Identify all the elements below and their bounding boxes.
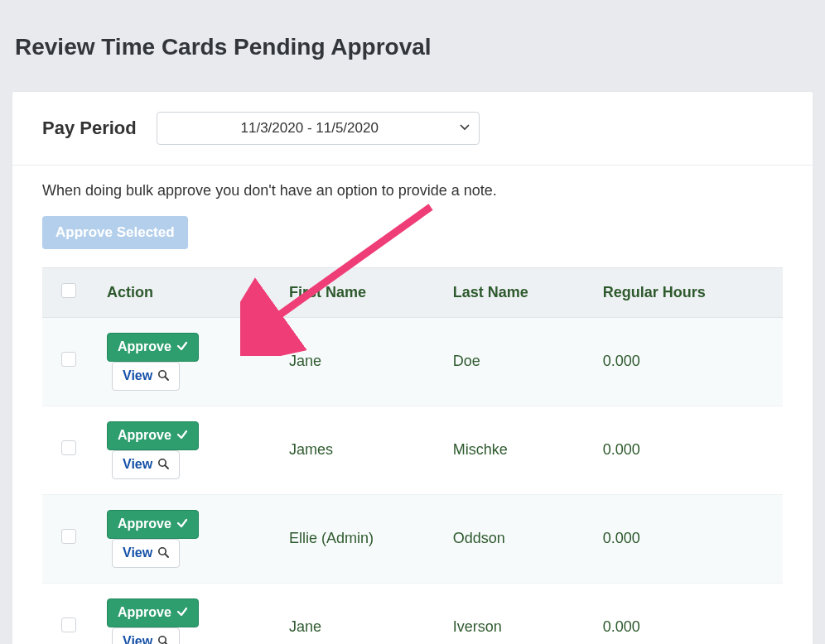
table-row: ApproveViewEllie (Admin)Oddson0.000 <box>42 494 783 583</box>
col-regular-hours: Regular Hours <box>591 267 783 317</box>
cell-regular-hours: 0.000 <box>591 494 783 583</box>
pay-period-select-wrapper: 11/3/2020 - 11/5/2020 <box>157 112 480 145</box>
view-button[interactable]: View <box>112 450 180 479</box>
magnifier-icon <box>157 546 169 560</box>
row-check-cell <box>42 494 95 583</box>
col-first-name: First Name <box>277 267 441 317</box>
row-checkbox[interactable] <box>61 352 76 367</box>
view-button-label: View <box>123 546 152 560</box>
approve-button-label: Approve <box>118 340 171 353</box>
cell-last-name: Oddson <box>441 494 591 583</box>
magnifier-icon <box>157 458 169 472</box>
cell-regular-hours: 0.000 <box>591 406 783 494</box>
check-icon <box>176 429 188 443</box>
table-row: ApproveViewJaneDoe0.000 <box>42 317 783 406</box>
cell-last-name: Doe <box>441 317 591 406</box>
page-title: Review Time Cards Pending Approval <box>0 16 825 75</box>
cell-last-name: Iverson <box>441 583 591 644</box>
select-all-header <box>42 267 95 317</box>
row-checkbox[interactable] <box>61 529 76 544</box>
row-actions: ApproveView <box>95 494 277 583</box>
row-checkbox[interactable] <box>61 618 76 632</box>
check-icon <box>176 517 188 531</box>
approve-button-label: Approve <box>118 606 171 619</box>
svg-line-3 <box>165 465 168 469</box>
view-button[interactable]: View <box>112 362 180 391</box>
check-icon <box>176 340 188 354</box>
cell-regular-hours: 0.000 <box>591 583 783 644</box>
row-check-cell <box>42 317 95 406</box>
cell-first-name: Jane <box>277 317 441 406</box>
table-row: ApproveViewJaneIverson0.000 <box>42 583 783 644</box>
svg-line-5 <box>165 554 168 557</box>
approve-button-label: Approve <box>118 429 171 442</box>
approve-selected-button-top[interactable]: Approve Selected <box>42 216 188 249</box>
cell-regular-hours: 0.000 <box>591 317 783 406</box>
pay-period-label: Pay Period <box>42 118 137 139</box>
table-row: ApproveViewJamesMischke0.000 <box>42 406 783 494</box>
row-check-cell <box>42 583 95 644</box>
cell-last-name: Mischke <box>441 406 591 494</box>
row-actions: ApproveView <box>95 583 277 644</box>
check-icon <box>176 606 188 620</box>
approve-button[interactable]: Approve <box>107 421 199 450</box>
view-button-label: View <box>123 635 152 644</box>
pay-period-row: Pay Period 11/3/2020 - 11/5/2020 <box>12 92 813 166</box>
col-action: Action <box>95 267 277 317</box>
cell-first-name: James <box>277 406 441 494</box>
view-button-label: View <box>123 369 152 382</box>
row-actions: ApproveView <box>95 406 277 494</box>
cell-first-name: Jane <box>277 583 441 644</box>
timecards-table: Action First Name Last Name Regular Hour… <box>42 267 783 645</box>
bulk-approve-note: When doing bulk approve you don't have a… <box>42 182 783 199</box>
magnifier-icon <box>157 369 169 383</box>
col-last-name: Last Name <box>441 267 591 317</box>
svg-line-1 <box>165 377 168 380</box>
pay-period-select[interactable]: 11/3/2020 - 11/5/2020 <box>157 112 480 145</box>
view-button[interactable]: View <box>112 539 180 568</box>
card-body: When doing bulk approve you don't have a… <box>12 166 813 645</box>
approve-button[interactable]: Approve <box>107 598 199 627</box>
select-all-checkbox[interactable] <box>61 283 76 298</box>
approve-button-label: Approve <box>118 517 171 531</box>
cell-first-name: Ellie (Admin) <box>277 494 441 583</box>
view-button[interactable]: View <box>112 627 180 645</box>
approve-button[interactable]: Approve <box>107 333 199 362</box>
table-header-row: Action First Name Last Name Regular Hour… <box>42 267 783 317</box>
row-actions: ApproveView <box>95 317 277 406</box>
review-card: Pay Period 11/3/2020 - 11/5/2020 When do… <box>12 91 813 645</box>
magnifier-icon <box>157 635 169 645</box>
view-button-label: View <box>123 458 152 471</box>
row-check-cell <box>42 406 95 494</box>
row-checkbox[interactable] <box>61 440 76 455</box>
approve-button[interactable]: Approve <box>107 510 199 539</box>
